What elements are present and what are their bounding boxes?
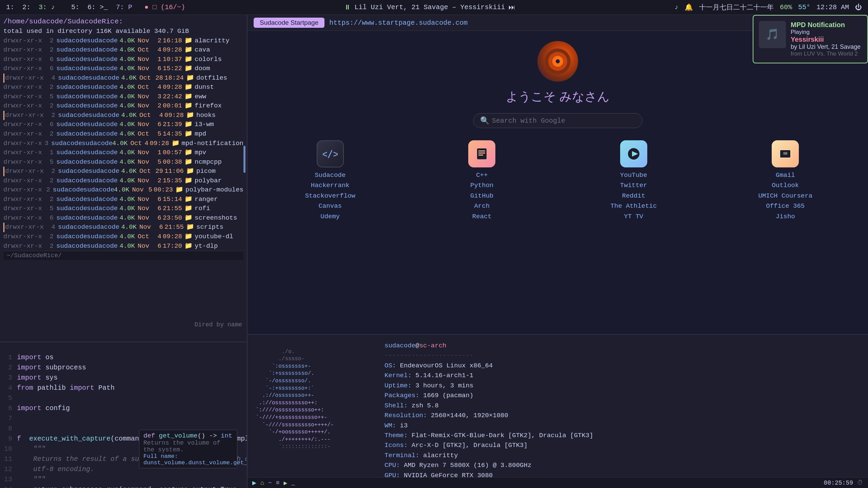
file-list-item[interactable]: drwxr-xr-x 2 sudacode sudacode 4.0K Nov … xyxy=(3,185,243,195)
line-number: 5 xyxy=(0,393,12,403)
line-content: """ xyxy=(17,474,247,485)
bookmark-hackerrank[interactable]: Hackerrank xyxy=(311,180,350,190)
bookmark-col-2: C++ Python GitHub Arch React xyxy=(406,140,558,222)
bookmark-yttv[interactable]: YT TV xyxy=(624,211,643,222)
neofetch-uptime: Uptime: 3 hours, 3 mins xyxy=(384,381,860,391)
mpd-album-label: from LUV Vs. The World 2 xyxy=(791,50,862,57)
code-tooltip: def get_volume() -> int Returns the volu… xyxy=(139,430,237,468)
workspace-6[interactable]: 6: >_ xyxy=(87,3,108,11)
line-content: from pathlib import Path xyxy=(17,383,247,393)
terminal-prompt-arrow: ▶ xyxy=(283,479,287,487)
bookmark-coursera[interactable]: UMICH Coursera xyxy=(758,191,812,201)
file-list-item[interactable]: drwxr-xr-x 2 sudacode sudacode 4.0K Nov … xyxy=(3,176,243,186)
bookmark-udemy[interactable]: Udemy xyxy=(320,211,340,222)
line-number: 12 xyxy=(0,464,12,474)
bookmark-icon-code[interactable]: </> xyxy=(317,140,344,167)
code-line: 4 from pathlib import Path xyxy=(0,383,247,393)
file-list-item[interactable]: drwxr-xr-x 5 sudacode sudacode 4.0K Nov … xyxy=(3,92,243,102)
code-line: 7 xyxy=(0,413,247,424)
workspace-3[interactable]: 3: ♪ xyxy=(39,3,55,11)
bookmark-outlook[interactable]: Outlook xyxy=(772,180,799,190)
terminal-prompt-icon: ~ xyxy=(268,480,272,486)
dired-info: Dired by name xyxy=(195,321,242,328)
browser-url[interactable]: https://www.startpage.sudacode.com xyxy=(329,19,468,27)
file-list-item[interactable]: drwxr-xr-x 2 sudacode sudacode 4.0K Oct … xyxy=(3,111,243,120)
topbar: 1: 2: 3: ♪ 5: 6: >_ 7: P ● □ (16/~) ⏸ Li… xyxy=(0,0,868,15)
file-list-item[interactable]: drwxr-xr-x 2 sudacode sudacode 4.0K Oct … xyxy=(3,83,243,92)
code-line: 6 import config xyxy=(0,403,247,413)
workspace-5[interactable]: 5: xyxy=(71,3,79,11)
bookmark-youtube[interactable]: YouTube xyxy=(620,170,647,180)
file-manager-path: /home/sudacode/SudacodeRice: xyxy=(3,18,243,25)
browser-logo xyxy=(537,41,578,82)
file-list-item[interactable]: drwxr-xr-x 2 sudacode sudacode 4.0K Oct … xyxy=(3,232,243,242)
file-list-item[interactable]: drwxr-xr-x 6 sudacode sudacode 4.0K Nov … xyxy=(3,214,243,223)
line-number: 4 xyxy=(0,383,12,393)
line-number: 3 xyxy=(0,373,12,383)
bookmark-icon-docs[interactable] xyxy=(468,140,495,167)
file-list-item[interactable]: drwxr-xr-x 6 sudacode sudacode 4.0K Nov … xyxy=(3,120,243,129)
recording-indicator: ● □ (16/~) xyxy=(144,3,185,11)
file-list-item[interactable]: drwxr-xr-x 5 sudacode sudacode 4.0K Nov … xyxy=(3,158,243,167)
neofetch-icons: Icons: Arc-X-D [GTK2], Dracula [GTK3] xyxy=(384,441,860,450)
browser-tab[interactable]: Sudacode Startpage xyxy=(254,18,324,28)
workspace-1[interactable]: 1: xyxy=(6,3,14,11)
bookmark-icon-gmail[interactable]: ⌨ xyxy=(772,140,799,167)
bookmark-office365[interactable]: Office 365 xyxy=(766,201,805,211)
workspace-list: 1: 2: 3: ♪ 5: 6: >_ 7: P ● □ (16/~) xyxy=(6,3,185,11)
file-list-item[interactable]: drwxr-xr-x 6 sudacode sudacode 4.0K Nov … xyxy=(3,55,243,64)
file-manager[interactable]: /home/sudacode/SudacodeRice: total used … xyxy=(0,15,247,342)
file-list-item[interactable]: drwxr-xr-x 2 sudacode sudacode 4.0K Nov … xyxy=(3,36,243,46)
svg-rect-8 xyxy=(478,155,483,156)
bookmark-react[interactable]: React xyxy=(472,211,492,222)
workspace-2[interactable]: 2: xyxy=(22,3,31,11)
bookmark-col-4: ⌨ Gmail Outlook UMICH Coursera Office 36… xyxy=(710,140,862,222)
file-list-item[interactable]: drwxr-xr-x 1 sudacode sudacode 4.0K Nov … xyxy=(3,148,243,158)
bookmark-python[interactable]: Python xyxy=(470,180,493,190)
neofetch-resolution: Resolution: 2560×1440, 1920×1080 xyxy=(384,411,860,421)
file-list-item[interactable]: drwxr-xr-x 2 sudacode sudacode 4.0K Oct … xyxy=(3,129,243,139)
line-number: 1 xyxy=(0,352,12,363)
song-title: Lil Uzi Vert, 21 Savage – Yessirskiii xyxy=(354,3,505,11)
code-line: 2 import subprocess xyxy=(0,363,247,373)
bookmark-athletic[interactable]: The Athletic xyxy=(610,201,657,211)
svg-rect-5 xyxy=(477,148,487,159)
bookmark-stackoverflow[interactable]: Stackoverflow xyxy=(305,191,355,201)
code-editor[interactable]: 1 import os 2 import subprocess 3 import… xyxy=(0,342,247,488)
workspace-7[interactable]: 7: P xyxy=(116,3,132,11)
tooltip-doc: Returns the volume of the system. xyxy=(143,440,233,453)
bookmark-cpp[interactable]: C++ xyxy=(476,170,488,180)
file-list-item[interactable]: drwxr-xr-x 2 sudacode sudacode 4.0K Nov … xyxy=(3,101,243,111)
file-list-item[interactable]: drwxr-xr-x 2 sudacode sudacode 4.0K Nov … xyxy=(3,242,243,251)
file-list-item[interactable]: drwxr-xr-x 2 sudacode sudacode 4.0K Oct … xyxy=(3,45,243,55)
date-display: 十一月七日二十二十一年 xyxy=(699,3,774,12)
search-bar[interactable]: 🔍 Search with Google xyxy=(473,113,643,128)
bookmark-twitter[interactable]: Twitter xyxy=(620,180,647,190)
code-line: 13 """ xyxy=(0,474,247,485)
file-list-item[interactable]: drwxr-xr-x 2 sudacode sudacode 4.0K Nov … xyxy=(3,195,243,204)
bookmark-arch[interactable]: Arch xyxy=(474,201,490,211)
file-list-item[interactable]: drwxr-xr-x 3 sudacode sudacode 4.0K Oct … xyxy=(3,139,243,148)
bookmark-jisho[interactable]: Jisho xyxy=(776,211,795,222)
bookmark-reddit[interactable]: Reddit xyxy=(622,191,645,201)
svg-text:</>: </> xyxy=(323,148,338,160)
file-list-item[interactable]: drwxr-xr-x 4 sudacode sudacode 4.0K Oct … xyxy=(3,74,243,83)
mpd-album-art: 🎵 xyxy=(759,21,786,48)
bookmark-sudacode[interactable]: Sudacode xyxy=(315,170,346,180)
bookmark-canvas[interactable]: Canvas xyxy=(319,201,342,211)
power-icon[interactable]: ⏻ xyxy=(855,3,862,12)
file-list-item[interactable]: drwxr-xr-x 4 sudacode sudacode 4.0K Nov … xyxy=(3,223,243,232)
file-list-item[interactable]: drwxr-xr-x 2 sudacode sudacode 4.0K Oct … xyxy=(3,167,243,176)
bookmark-gmail[interactable]: Gmail xyxy=(776,170,795,180)
file-list-item[interactable]: drwxr-xr-x 6 sudacode sudacode 4.0K Nov … xyxy=(3,64,243,74)
bookmark-github[interactable]: GitHub xyxy=(470,191,493,201)
svg-rect-7 xyxy=(478,152,485,154)
file-list-item[interactable]: drwxr-xr-x 5 sudacode sudacode 4.0K Nov … xyxy=(3,204,243,214)
weather-display: 55° xyxy=(798,3,810,11)
tooltip-fullname: Full name: dunst_volume.dunst_volume.get… xyxy=(143,453,233,466)
mpd-song-name: Yessirskiii xyxy=(791,36,862,43)
neofetch-terminal: Terminal: alacritty xyxy=(384,451,860,461)
next-icon[interactable]: ⏭ xyxy=(509,3,515,12)
bookmark-icon-play[interactable] xyxy=(620,140,647,167)
neofetch-shell: Shell: zsh 5.8 xyxy=(384,401,860,411)
